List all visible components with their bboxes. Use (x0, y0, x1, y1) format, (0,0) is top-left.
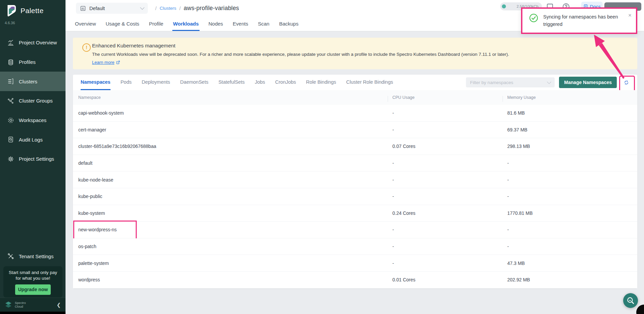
cell-namespace: new-wordpress-ns (78, 227, 392, 232)
cell-memory: 81.6 MB (507, 110, 637, 116)
sidebar-item-label: Tenant Settings (19, 253, 53, 259)
table-row[interactable]: os-patch - - (73, 238, 637, 255)
app-title: Palette (20, 7, 44, 15)
sidebar-item-label: Project Settings (19, 156, 54, 162)
table-row[interactable]: cluster-6851a9e73c16b92067688baa 0.07 Co… (73, 138, 637, 155)
tab-label: Profile (149, 21, 164, 27)
column-header-memory: Memory Usage (507, 95, 637, 100)
subtab[interactable]: Namespaces (81, 75, 111, 90)
project-scope-icon (80, 5, 86, 11)
subtab[interactable]: Jobs (255, 75, 265, 90)
cell-namespace: cluster-6851a9e73c16b92067688baa (78, 144, 392, 149)
cell-memory: 69.37 MB (507, 127, 637, 132)
cell-cpu: 0.24 Cores (392, 210, 507, 216)
subtab[interactable]: StatefulSets (218, 75, 245, 90)
tab[interactable]: Backups (278, 17, 299, 31)
cell-namespace: cert-manager (78, 127, 392, 132)
subtab-label: Cluster Role Bindings (346, 79, 393, 85)
workload-subtabs: Namespaces Pods Deployments DaemonSets S… (81, 75, 393, 90)
subtab[interactable]: Cluster Role Bindings (346, 75, 393, 90)
cell-cpu: - (392, 194, 507, 199)
cell-namespace: default (78, 160, 392, 166)
breadcrumb-clusters-link[interactable]: Clusters (160, 6, 176, 11)
subtab-label: CronJobs (275, 79, 296, 85)
tab-label: Overview (75, 21, 96, 27)
table-row[interactable]: new-wordpress-ns - - (73, 222, 637, 238)
toast-notification: Syncing for namespaces has been triggere… (521, 7, 637, 34)
sidebar-item[interactable]: Workspaces (0, 111, 66, 130)
table-row[interactable]: kube-public - - (73, 188, 637, 205)
usage-dot-icon (502, 4, 506, 8)
feedback-search-button[interactable] (623, 293, 638, 308)
tab-label: Nodes (209, 21, 223, 27)
refresh-button[interactable] (621, 77, 631, 87)
learn-more-link[interactable]: Learn more (92, 60, 120, 65)
cell-cpu: - (392, 160, 507, 166)
sidebar-item-label: Project Overview (19, 40, 57, 45)
collapse-sidebar-chevron[interactable]: ❮ (56, 302, 61, 308)
sidebar-item[interactable]: Audit Logs (0, 130, 66, 149)
table-row[interactable]: kube-system 0.24 Cores 1770.81 MB (73, 205, 637, 222)
sidebar-footer: Spectro Cloud ❮ (0, 298, 66, 312)
sidebar-item-tenant-settings[interactable]: Tenant Settings (0, 248, 66, 264)
clusters-icon (7, 78, 14, 85)
tab[interactable]: Usage & Costs (105, 17, 140, 31)
success-check-icon (529, 13, 538, 23)
column-header-cpu: CPU Usage (392, 95, 507, 100)
project-selector[interactable]: Default (76, 3, 148, 14)
cell-cpu: - (392, 261, 507, 266)
table-row[interactable]: default - - (73, 155, 637, 172)
subtab-label: Pods (121, 79, 132, 85)
sidebar-item[interactable]: Clusters (0, 72, 66, 91)
cell-cpu: - (392, 127, 507, 132)
table-row[interactable]: wordpress 0.01 Cores 202.92 MB (73, 272, 637, 288)
subtab[interactable]: Deployments (142, 75, 170, 90)
chevron-down-icon (547, 80, 551, 84)
cell-memory: 202.92 MB (507, 277, 637, 282)
sidebar-item[interactable]: Project Overview (0, 33, 66, 52)
subtab[interactable]: Role Bindings (306, 75, 336, 90)
sidebar-item[interactable]: Cluster Groups (0, 91, 66, 111)
sidebar-item-label: Workspaces (19, 117, 46, 123)
tab[interactable]: Events (232, 17, 249, 31)
table-row[interactable]: capi-webhook-system - 81.6 MB (73, 105, 637, 122)
workloads-card: Namespaces Pods Deployments DaemonSets S… (73, 75, 637, 288)
cell-cpu: - (392, 244, 507, 249)
filter-namespaces-select[interactable]: Filter by namespaces (466, 77, 555, 87)
filter-placeholder: Filter by namespaces (470, 80, 513, 85)
cell-namespace: wordpress (78, 277, 392, 282)
cell-memory: - (507, 160, 637, 166)
table-row[interactable]: palette-system - 47.3 MB (73, 255, 637, 272)
subtab[interactable]: CronJobs (275, 75, 296, 90)
magnifier-smile-icon (626, 296, 635, 305)
subtab-label: DaemonSets (180, 79, 208, 85)
column-header-namespace: Namespace (78, 95, 392, 100)
cluster-tabs: Overview Usage & Costs Profile Workloads… (74, 17, 299, 31)
tab[interactable]: Profile (148, 17, 164, 31)
tab[interactable]: Scan (257, 17, 270, 31)
subtab-label: Deployments (142, 79, 170, 85)
chart-icon (7, 39, 14, 46)
sidebar-item-label: Profiles (19, 59, 36, 65)
tools-icon (7, 253, 14, 260)
sidebar-item[interactable]: Profiles (0, 52, 66, 72)
upgrade-now-button[interactable]: Upgrade now (15, 284, 51, 295)
table-row[interactable]: cert-manager - 69.37 MB (73, 122, 637, 139)
sidebar-item[interactable]: Project Settings (0, 149, 66, 169)
cell-memory: 1770.81 MB (507, 210, 637, 216)
table-row[interactable]: kube-node-lease - - (73, 171, 637, 188)
tab[interactable]: Workloads (172, 17, 199, 31)
refresh-annotation-box (621, 77, 631, 87)
close-icon[interactable]: × (628, 12, 632, 19)
manage-namespaces-button[interactable]: Manage Namespaces (559, 77, 617, 88)
breadcrumb-current-cluster: aws-profile-variables (184, 5, 239, 12)
tab-label: Workloads (173, 21, 199, 27)
cell-cpu: 0.01 Cores (392, 277, 507, 282)
subtab[interactable]: Pods (121, 75, 132, 90)
tab[interactable]: Nodes (208, 17, 224, 31)
audit-logs-icon (7, 136, 14, 143)
subtab[interactable]: DaemonSets (180, 75, 208, 90)
external-link-icon (116, 60, 120, 65)
tab[interactable]: Overview (74, 17, 97, 31)
cell-namespace: palette-system (78, 261, 392, 266)
